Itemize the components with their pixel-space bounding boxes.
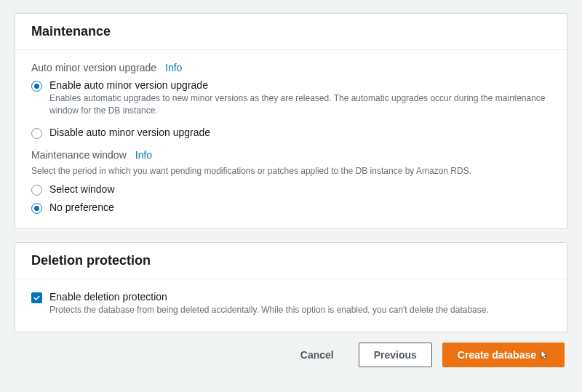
checkbox-enable-deletion-protection[interactable] [31, 292, 42, 303]
deletion-title: Deletion protection [31, 253, 551, 268]
auto-upgrade-enable-label: Enable auto minor version upgrade [49, 79, 551, 91]
maint-window-nopref-option[interactable]: No preference [31, 201, 551, 214]
radio-enable-auto-upgrade[interactable] [31, 81, 42, 92]
auto-upgrade-info-link[interactable]: Info [165, 62, 182, 73]
deletion-header: Deletion protection [15, 243, 567, 279]
footer-actions: Cancel Previous Create database [15, 332, 567, 372]
deletion-enable-option[interactable]: Enable deletion protection Protects the … [31, 291, 551, 316]
auto-upgrade-label: Auto minor version upgrade [31, 62, 156, 73]
auto-upgrade-disable-text: Disable auto minor version upgrade [49, 127, 551, 138]
maintenance-body: Auto minor version upgrade Info Enable a… [15, 50, 567, 228]
deletion-enable-desc: Protects the database from being deleted… [49, 304, 551, 316]
auto-upgrade-disable-label: Disable auto minor version upgrade [49, 127, 551, 138]
maint-window-info-link[interactable]: Info [135, 149, 152, 161]
maint-window-nopref-text: No preference [49, 201, 551, 213]
maint-window-select-text: Select window [49, 183, 551, 195]
deletion-panel: Deletion protection Enable deletion prot… [15, 242, 567, 332]
check-icon [33, 294, 41, 302]
auto-upgrade-field-row: Auto minor version upgrade Info [31, 62, 551, 73]
create-database-button[interactable]: Create database [442, 343, 565, 367]
radio-select-window[interactable] [31, 185, 42, 196]
create-database-label: Create database [458, 348, 536, 362]
radio-no-preference[interactable] [31, 203, 42, 214]
maint-window-select-option[interactable]: Select window [31, 183, 551, 196]
auto-upgrade-enable-option[interactable]: Enable auto minor version upgrade Enable… [31, 79, 551, 118]
previous-button[interactable]: Previous [359, 343, 432, 367]
radio-disable-auto-upgrade[interactable] [31, 128, 42, 139]
maint-window-field-row: Maintenance window Info [31, 149, 551, 161]
auto-upgrade-enable-text: Enable auto minor version upgrade Enable… [49, 79, 551, 118]
maint-window-nopref-label: No preference [49, 201, 551, 213]
auto-upgrade-disable-option[interactable]: Disable auto minor version upgrade [31, 127, 551, 139]
maintenance-panel: Maintenance Auto minor version upgrade I… [15, 13, 567, 229]
maint-window-label: Maintenance window [31, 149, 127, 161]
cursor-icon [539, 349, 549, 361]
maint-window-select-label: Select window [49, 183, 551, 195]
maintenance-title: Maintenance [31, 24, 551, 39]
auto-upgrade-enable-desc: Enables automatic upgrades to new minor … [49, 92, 551, 118]
cancel-button[interactable]: Cancel [286, 343, 348, 367]
deletion-enable-text: Enable deletion protection Protects the … [49, 291, 551, 316]
deletion-enable-label: Enable deletion protection [49, 291, 551, 303]
maintenance-header: Maintenance [15, 14, 567, 50]
deletion-body: Enable deletion protection Protects the … [15, 279, 567, 331]
maint-window-desc: Select the period in which you want pend… [31, 165, 551, 177]
